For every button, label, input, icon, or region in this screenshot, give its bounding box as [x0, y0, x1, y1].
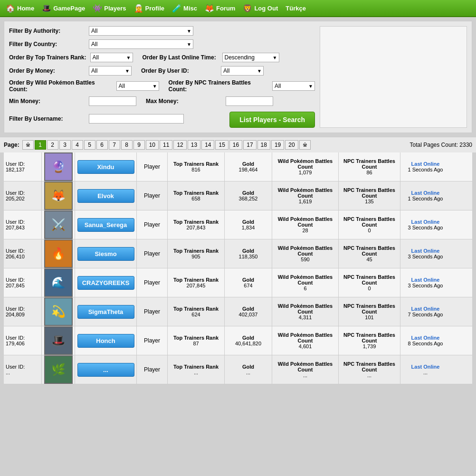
page-2-btn[interactable]: 2 [47, 140, 58, 150]
page-9-btn[interactable]: 9 [133, 140, 145, 150]
authority-select[interactable]: All [89, 26, 193, 36]
wild-select[interactable]: All [116, 81, 159, 91]
username-button[interactable]: Xindu [77, 160, 134, 174]
lastonline-value: 3 Seconds Ago [408, 283, 443, 288]
rank-cell: Top Trainers Rank 905 [168, 239, 225, 268]
username-button[interactable]: SigmaTheta [77, 305, 134, 319]
page-1-btn[interactable]: 1 [35, 140, 46, 150]
filter-left-col: Filter By Authority: All Filter By Count… [9, 26, 315, 128]
role-cell: Player [137, 355, 168, 384]
avatar[interactable]: ⚔️ [44, 210, 73, 239]
page-12-btn[interactable]: 12 [173, 140, 186, 150]
page-7-btn[interactable]: 7 [109, 140, 120, 150]
rank-value: 207,843 [187, 225, 206, 230]
page-8-btn[interactable]: 8 [121, 140, 133, 150]
search-button[interactable]: List Players - Search [229, 112, 315, 128]
avatar-cell: ⚔️ [42, 210, 75, 239]
username-button[interactable]: ... [77, 363, 134, 377]
username-button[interactable]: Siesmo [77, 247, 134, 261]
toprank-select[interactable]: All [90, 53, 133, 62]
page-3-btn[interactable]: 3 [59, 140, 71, 150]
username-button[interactable]: Sanua_Serega [77, 218, 134, 232]
money-select[interactable]: All [89, 66, 132, 76]
wild-header: Wild Pokémon Battles Count [274, 274, 336, 286]
username-button[interactable]: Honch [77, 334, 134, 348]
nav-players[interactable]: 👾 Players [89, 4, 130, 13]
nav-profile[interactable]: 🧝 Profile [130, 4, 168, 13]
table-row: User ID: 179,406 🎩 Honch Player Top Trai… [4, 326, 472, 355]
gold-cell: Gold 402,037 [225, 297, 272, 326]
lastonline-select[interactable]: Descending Ascending [222, 53, 279, 62]
userid-label: Order By User ID: [141, 67, 217, 74]
user-id-cell: User ID: 179,406 [4, 326, 42, 355]
role-text: Player [144, 337, 160, 344]
gold-cell: Gold 674 [225, 268, 272, 297]
nav-forum[interactable]: 🦊 Forum [201, 4, 239, 13]
players-table: User ID: 182,137 🔮 Xindu Player Top Trai… [0, 152, 476, 388]
userid-text: User ID: 205,202 [6, 190, 39, 201]
avatar[interactable]: 💫 [44, 297, 73, 326]
maxmoney-input[interactable] [226, 96, 273, 106]
avatar[interactable]: 🌿 [44, 355, 73, 384]
userid-text: User ID: ... [6, 364, 39, 375]
nav-logout[interactable]: 🦁 Log Out [239, 4, 282, 13]
page-6-btn[interactable]: 6 [96, 140, 108, 150]
username-input[interactable] [89, 114, 184, 124]
nav-home[interactable]: 🏠 Home [2, 4, 38, 13]
npc-value: ... [367, 372, 371, 378]
npc-select-wrapper: All [272, 81, 315, 91]
npc-header: NPC Trainers Battles Count [341, 361, 398, 372]
rank-value: 905 [191, 254, 200, 259]
avatar[interactable]: 🦊 [44, 181, 73, 210]
page-17-btn[interactable]: 17 [243, 140, 256, 150]
page-15-btn[interactable]: 15 [215, 140, 228, 150]
gamepage-icon: 🎩 [42, 4, 51, 13]
npc-select[interactable]: All [272, 81, 315, 91]
toprank-label: Order By Top Trainers Rank: [9, 54, 86, 61]
npc-value: 1,739 [363, 343, 376, 349]
page-prev-btn[interactable]: ※ [22, 140, 34, 150]
nav-language[interactable]: Türkçe [282, 5, 310, 12]
minmoney-input[interactable] [89, 96, 136, 106]
username-button[interactable]: CRAZYGREEKS [77, 276, 134, 290]
rank-header: Top Trainers Rank [173, 219, 219, 225]
misc-icon: 🧪 [172, 4, 181, 13]
wild-label: Order By Wild Pokémon Battles Count: [9, 79, 113, 93]
avatar-cell: 🔥 [42, 239, 75, 268]
page-14-btn[interactable]: 14 [201, 140, 214, 150]
nav-misc[interactable]: 🧪 Misc [168, 4, 201, 13]
page-10-btn[interactable]: 10 [146, 140, 159, 150]
filter-money-userid-row: Order By Money: All Order By User ID: Al… [9, 66, 315, 76]
username-button[interactable]: Elvok [77, 189, 134, 203]
country-select[interactable]: All [89, 39, 193, 49]
wild-value: 1,079 [299, 170, 312, 175]
npc-cell: NPC Trainers Battles Count 45 [339, 239, 400, 268]
lastonline-header: Last Online [411, 248, 440, 254]
page-18-btn[interactable]: 18 [257, 140, 270, 150]
page-11-btn[interactable]: 11 [160, 140, 172, 150]
userid-select[interactable]: All [221, 66, 264, 76]
avatar[interactable]: 🎩 [44, 326, 73, 355]
rank-value: ... [194, 370, 198, 375]
avatar[interactable]: 🔮 [44, 152, 73, 181]
page-13-btn[interactable]: 13 [188, 140, 200, 150]
avatar[interactable]: 🔥 [44, 239, 73, 268]
page-20-btn[interactable]: 20 [285, 140, 298, 150]
gold-value: 198,464 [239, 167, 258, 172]
page-4-btn[interactable]: 4 [72, 140, 83, 150]
npc-cell: NPC Trainers Battles Count 0 [339, 268, 400, 297]
table-row: User ID: 206,410 🔥 Siesmo Player Top Tra… [4, 239, 472, 268]
npc-value: 0 [368, 228, 371, 233]
avatar-cell: 🔮 [42, 152, 75, 181]
avatar[interactable]: 🌊 [44, 268, 73, 297]
page-19-btn[interactable]: 19 [271, 140, 284, 150]
nav-gamepage[interactable]: 🎩 GamePage [38, 4, 89, 13]
avatar-icon: ⚔️ [51, 218, 66, 231]
page-16-btn[interactable]: 16 [229, 140, 242, 150]
page-controls: Page: ※ 1 2 3 4 5 6 7 8 9 10 11 12 13 14… [4, 140, 311, 150]
gold-cell: Gold 368,252 [225, 181, 272, 210]
lastonline-value: 3 Seconds Ago [408, 225, 443, 230]
page-next-btn[interactable]: ※ [299, 140, 311, 150]
page-5-btn[interactable]: 5 [84, 140, 95, 150]
wild-cell: Wild Pokémon Battles Count 590 [272, 239, 339, 268]
